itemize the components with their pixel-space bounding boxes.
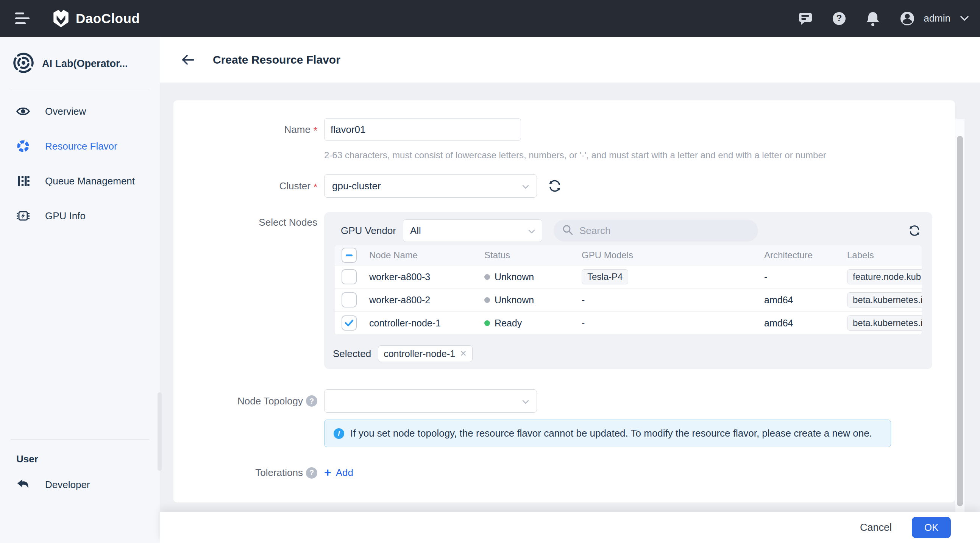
check-icon — [345, 319, 354, 327]
footer-actions: Cancel OK — [160, 512, 980, 543]
column-architecture: Architecture — [757, 250, 840, 261]
status-text: Ready — [495, 318, 522, 329]
node-row[interactable]: worker-a800-2 Unknown - amd64 beta.kuber… — [335, 288, 922, 312]
ok-button[interactable]: OK — [912, 517, 951, 538]
select-nodes-panel: GPU Vendor All — [324, 212, 932, 369]
brand-name: DaoCloud — [76, 11, 140, 26]
name-row: Name* — [173, 118, 521, 141]
page-header: Create Resource Flavor — [160, 37, 980, 83]
pinwheel-icon — [16, 139, 30, 153]
gpu-vendor-label: GPU Vendor — [341, 225, 396, 237]
status-dot — [484, 320, 490, 326]
gpu-vendor-select[interactable]: All — [403, 219, 542, 242]
workspace-name: AI Lab(Operator... — [42, 58, 128, 70]
indeterminate-dash-icon — [346, 255, 353, 256]
info-icon: i — [334, 428, 344, 439]
architecture-value: amd64 — [757, 318, 840, 329]
column-status: Status — [477, 250, 575, 261]
sidebar-item-label: Developer — [45, 479, 90, 491]
brand-logo: DaoCloud — [51, 8, 140, 30]
search-input[interactable] — [579, 225, 754, 237]
node-name: controller-node-1 — [363, 318, 477, 329]
node-search — [554, 220, 758, 242]
name-hint: 2-63 characters, must consist of lowerca… — [324, 150, 943, 161]
sidebar-item-overview[interactable]: Overview — [0, 94, 160, 129]
svg-text:?: ? — [837, 13, 842, 23]
add-toleration-button[interactable]: + Add — [324, 467, 353, 479]
chevron-down-icon — [522, 180, 529, 192]
row-checkbox-checked[interactable] — [342, 315, 357, 331]
sidebar-section-user: User — [0, 439, 160, 467]
daocloud-cube-icon — [51, 8, 70, 30]
sidebar-item-developer[interactable]: Developer — [0, 467, 160, 502]
queue-icon — [16, 175, 30, 188]
topbar: DaoCloud ? — [0, 0, 980, 37]
chevron-down-icon — [522, 395, 529, 407]
topbar-right: ? admin — [798, 10, 980, 27]
help-icon[interactable]: ? — [306, 467, 317, 479]
gpu-models-value: - — [575, 295, 757, 306]
scrollbar-track[interactable] — [955, 119, 964, 543]
row-checkbox[interactable] — [342, 292, 357, 307]
architecture-value: amd64 — [757, 295, 840, 306]
label-chip: beta.kubernetes.i... — [847, 292, 922, 307]
node-topology-row: Node Topology ? — [173, 389, 537, 413]
workspace-icon — [13, 52, 35, 75]
node-name: worker-a800-3 — [363, 272, 477, 282]
back-button[interactable] — [181, 54, 195, 65]
selected-node-name: controller-node-1 — [383, 349, 455, 359]
bell-icon[interactable] — [865, 11, 880, 27]
close-icon[interactable]: ✕ — [460, 349, 466, 358]
cluster-refresh-icon[interactable] — [547, 179, 562, 193]
node-row[interactable]: controller-node-1 Ready - amd64 beta.kub… — [335, 312, 922, 335]
cancel-button[interactable]: Cancel — [858, 521, 894, 534]
tolerations-label: Tolerations ? — [173, 467, 317, 479]
nodes-refresh-icon[interactable] — [908, 224, 921, 237]
sidebar: AI Lab(Operator... Overview Resource Fla… — [0, 37, 160, 543]
chevron-down-icon — [528, 225, 535, 237]
status-text: Unknown — [495, 272, 534, 282]
sidebar-item-queue-management[interactable]: Queue Management — [0, 164, 160, 198]
select-all-checkbox[interactable] — [342, 248, 357, 263]
status-dot — [484, 297, 490, 303]
selected-node-tag: controller-node-1 ✕ — [378, 346, 472, 362]
label-chip: feature.node.kub... — [847, 269, 922, 284]
sidebar-item-resource-flavor[interactable]: Resource Flavor — [0, 129, 160, 164]
scrollbar-thumb[interactable] — [957, 136, 963, 506]
help-icon[interactable]: ? — [306, 395, 317, 407]
user-name[interactable]: admin — [924, 13, 950, 24]
select-nodes-label: Select Nodes — [173, 217, 317, 228]
cluster-select-value: gpu-cluster — [332, 180, 381, 192]
search-icon — [562, 224, 573, 237]
chevron-down-icon[interactable] — [960, 16, 969, 21]
gpu-model-chip: Tesla-P4 — [582, 269, 628, 284]
selected-nodes-row: Selected controller-node-1 ✕ — [333, 346, 473, 362]
form-card: Name* 2-63 characters, must consist of l… — [173, 100, 955, 503]
help-icon[interactable]: ? — [831, 11, 847, 27]
architecture-value: - — [757, 272, 840, 282]
name-input[interactable] — [324, 118, 521, 141]
node-row[interactable]: worker-a800-3 Unknown Tesla-P4 - feature… — [335, 266, 922, 288]
chat-icon[interactable] — [798, 11, 813, 26]
row-checkbox[interactable] — [342, 269, 357, 284]
sidebar-item-gpu-info[interactable]: GPU Info — [0, 198, 160, 233]
sidebar-item-label: Queue Management — [45, 175, 135, 187]
cluster-select[interactable]: gpu-cluster — [324, 174, 537, 197]
selected-label: Selected — [333, 348, 371, 360]
topology-info-alert: i If you set node topology, the resource… — [324, 420, 891, 447]
user-avatar-icon[interactable] — [899, 10, 916, 27]
workspace-switcher[interactable]: AI Lab(Operator... — [0, 37, 160, 89]
sidebar-item-label: Resource Flavor — [45, 140, 118, 152]
sidebar-scrollbar-thumb[interactable] — [158, 392, 162, 471]
reply-arrow-icon — [16, 479, 30, 490]
node-topology-select[interactable] — [324, 389, 537, 413]
required-asterisk: * — [313, 182, 317, 193]
required-asterisk: * — [313, 125, 317, 137]
plus-icon: + — [324, 466, 331, 478]
column-node-name: Node Name — [363, 250, 477, 261]
table-header: Node Name Status GPU Models Architecture… — [335, 245, 922, 266]
gpu-models-value: - — [575, 318, 757, 329]
nodes-table: Node Name Status GPU Models Architecture… — [335, 245, 922, 335]
node-filter-row: GPU Vendor All — [341, 220, 921, 242]
menu-icon[interactable] — [15, 11, 32, 26]
